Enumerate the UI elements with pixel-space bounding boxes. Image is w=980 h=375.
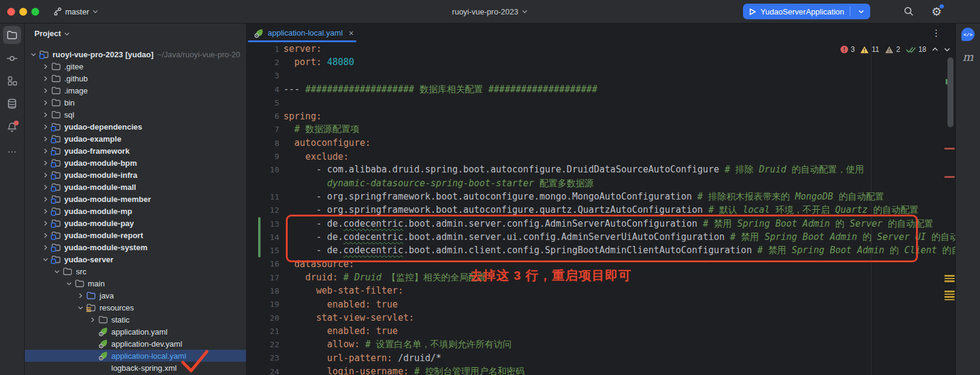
stripe-mark-warning[interactable] xyxy=(944,278,955,280)
code-line-13[interactable]: 13 - de.codecentric.boot.admin.server.co… xyxy=(247,217,955,230)
code-line-1[interactable]: 1server: xyxy=(247,42,955,55)
tree-chevron-closed-icon[interactable] xyxy=(40,111,51,118)
code-line-12[interactable]: 12 - org.springframework.boot.autoconfig… xyxy=(247,204,955,217)
tree-item-yudao-module-member[interactable]: yudao-module-member xyxy=(25,193,246,205)
git-branch-widget[interactable]: master xyxy=(53,0,98,23)
stripe-mark-warning[interactable] xyxy=(944,296,955,298)
editor-area[interactable]: application-local.yaml × ⋮ 3 11 2 18 xyxy=(247,24,955,375)
editor-options-kebab-icon[interactable]: ⋮ xyxy=(932,28,941,39)
tree-item-src[interactable]: src xyxy=(25,265,246,277)
tree-item-main[interactable]: main xyxy=(25,277,246,289)
code-line-16[interactable]: 16 datasource: xyxy=(247,257,955,271)
editor-content[interactable]: 1server:2 port: 4808034--- #############… xyxy=(247,42,955,375)
tree-chevron-open-icon[interactable] xyxy=(75,304,86,311)
settings-button[interactable]: ⚙ xyxy=(928,0,946,23)
tree-chevron-closed-icon[interactable] xyxy=(40,99,51,106)
close-tab-icon[interactable]: × xyxy=(347,28,353,38)
stripe-mark-error[interactable] xyxy=(944,176,955,178)
tree-item-.image[interactable]: .image xyxy=(25,84,246,96)
search-everywhere-button[interactable] xyxy=(900,0,918,23)
code-line-3[interactable]: 3 xyxy=(247,69,955,83)
code-line-23[interactable]: 23 url-pattern: /druid/* xyxy=(247,351,955,365)
tree-item-java[interactable]: java xyxy=(25,289,246,301)
tree-chevron-closed-icon[interactable] xyxy=(40,159,51,166)
code-line-18[interactable]: 18 web-stat-filter: xyxy=(247,284,955,297)
tree-chevron-closed-icon[interactable] xyxy=(40,207,51,215)
code-line-5[interactable]: 5 xyxy=(247,96,955,109)
tree-item-resources[interactable]: resources xyxy=(25,301,246,314)
tree-item-yudao-framework[interactable]: yudao-framework xyxy=(25,145,246,157)
stripe-mark-warning[interactable] xyxy=(944,291,955,292)
code-line-15[interactable]: 15 - de.codecentric.boot.admin.client.co… xyxy=(247,244,955,257)
tree-item-application-local.yaml[interactable]: application-local.yaml xyxy=(25,350,246,362)
tree-item-.github[interactable]: .github xyxy=(25,72,246,84)
code-line-10[interactable]: 10 - com.alibaba.druid.spring.boot.autoc… xyxy=(247,163,955,177)
tree-item-logback-spring.xml[interactable]: logback-spring.xml xyxy=(25,362,246,374)
run-configuration-chevron[interactable] xyxy=(855,9,868,14)
tree-item-yudao-example[interactable]: yudao-example xyxy=(25,133,246,145)
tree-item-application.yaml[interactable]: application.yaml xyxy=(25,326,246,338)
code-line-20[interactable]: 20 stat-view-servlet: xyxy=(247,311,955,324)
stripe-mark-warning[interactable] xyxy=(944,294,955,295)
code-line-19[interactable]: 19 enabled: true xyxy=(247,298,955,311)
project-tool-button[interactable] xyxy=(3,26,21,44)
tree-chevron-closed-icon[interactable] xyxy=(40,195,51,203)
structure-tool-button[interactable] xyxy=(3,72,21,90)
tree-chevron-closed-icon[interactable] xyxy=(87,316,98,323)
tree-chevron-open-icon[interactable] xyxy=(64,280,74,287)
tree-item-yudao-module-pay[interactable]: yudao-module-pay xyxy=(25,217,246,229)
database-tool-button[interactable] xyxy=(3,95,21,113)
code-line-21[interactable]: 21 enabled: true xyxy=(247,324,955,338)
stripe-mark-green[interactable] xyxy=(946,79,947,84)
code-line-22[interactable]: 22 allow: # 设置白名单，不填则允许所有访问 xyxy=(247,338,955,351)
code-line-24[interactable]: 24 login-username: # 控制台管理用户名和密码 xyxy=(247,365,955,375)
tree-chevron-open-icon[interactable] xyxy=(40,256,51,263)
tree-item-static[interactable]: static xyxy=(25,314,246,326)
tree-item-bin[interactable]: bin xyxy=(25,96,246,109)
code-line-4[interactable]: 4--- #################### 数据库相关配置 ######… xyxy=(247,83,955,96)
tree-item-yudao-dependencies[interactable]: yudao-dependencies xyxy=(25,121,246,133)
code-line-wrap[interactable]: dynamic-datasource-spring-boot-starter 配… xyxy=(247,177,955,190)
code-line-8[interactable]: 8 autoconfigure: xyxy=(247,136,955,150)
zoom-window-button[interactable] xyxy=(31,8,39,16)
tree-chevron-closed-icon[interactable] xyxy=(40,171,51,178)
tree-chevron-open-icon[interactable] xyxy=(28,51,39,58)
tree-item-ruoyi-vue-pro-2023--yudao-[interactable]: ruoyi-vue-pro-2023 [yudao]~/Java/ruoyi-v… xyxy=(25,48,246,60)
project-switcher[interactable]: ruoyi-vue-pro-2023 xyxy=(452,0,528,23)
tree-item-yudao-module-report[interactable]: yudao-module-report xyxy=(25,229,246,241)
tree-chevron-closed-icon[interactable] xyxy=(40,75,51,82)
code-line-7[interactable]: 7 # 数据源配置项 xyxy=(247,123,955,136)
ai-assistant-button[interactable]: </> xyxy=(961,28,975,41)
close-window-button[interactable] xyxy=(7,8,15,16)
commit-tool-button[interactable] xyxy=(3,49,21,68)
tree-chevron-closed-icon[interactable] xyxy=(75,292,86,299)
tree-chevron-closed-icon[interactable] xyxy=(40,147,51,154)
tree-item-yudao-server[interactable]: yudao-server xyxy=(25,253,246,265)
tree-item-yudao-module-mall[interactable]: yudao-module-mall xyxy=(25,181,246,193)
tab-application-local-yaml[interactable]: application-local.yaml × xyxy=(248,24,359,42)
tree-item-yudao-module-system[interactable]: yudao-module-system xyxy=(25,241,246,253)
stripe-mark-warning[interactable] xyxy=(944,275,955,277)
code-line-6[interactable]: 6spring: xyxy=(247,109,955,122)
maven-tool-button[interactable]: m xyxy=(956,50,980,63)
run-configuration-button[interactable]: YudaoServerApplication xyxy=(743,4,870,19)
code-line-17[interactable]: 17 druid: # Druid 【监控】相关的全局配置 xyxy=(247,271,955,284)
stripe-mark-warning[interactable] xyxy=(944,280,955,282)
vcs-change-marker[interactable] xyxy=(258,217,261,257)
tree-chevron-closed-icon[interactable] xyxy=(40,87,51,94)
run-play-icon[interactable] xyxy=(749,8,756,16)
tree-item-.gitee[interactable]: .gitee xyxy=(25,60,246,72)
tree-item-yudao-module-infra[interactable]: yudao-module-infra xyxy=(25,169,246,181)
stripe-mark-warning[interactable] xyxy=(944,299,955,301)
tree-chevron-closed-icon[interactable] xyxy=(40,244,51,251)
tree-item-yudao-module-bpm[interactable]: yudao-module-bpm xyxy=(25,157,246,169)
tree-chevron-closed-icon[interactable] xyxy=(40,219,51,227)
stripe-mark-error[interactable] xyxy=(944,148,955,150)
minimize-window-button[interactable] xyxy=(19,8,27,16)
tree-chevron-closed-icon[interactable] xyxy=(40,63,51,70)
code-line-11[interactable]: 11 - org.springframework.boot.autoconfig… xyxy=(247,190,955,203)
tree-chevron-closed-icon[interactable] xyxy=(40,123,51,130)
editor-scrollbar-thumb[interactable] xyxy=(947,57,953,127)
project-panel-header[interactable]: Project xyxy=(34,29,70,38)
tree-chevron-closed-icon[interactable] xyxy=(40,232,51,239)
